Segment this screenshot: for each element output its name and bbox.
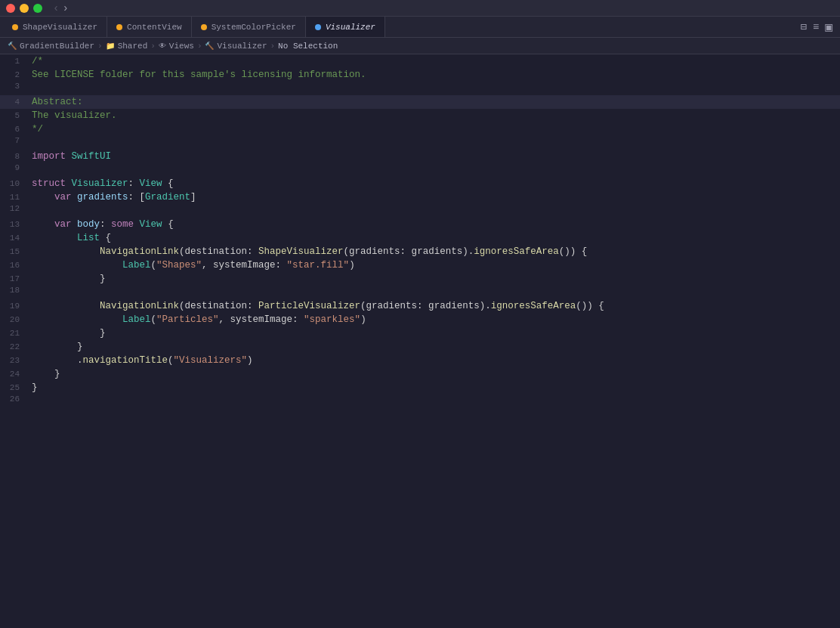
tab-contentview[interactable]: ContentView xyxy=(107,17,192,37)
line-content-8: import SwiftUI xyxy=(27,150,840,163)
code-line-12: 12 xyxy=(0,204,840,218)
code-line-19: 19 NavigationLink(destination: ParticleV… xyxy=(0,299,840,313)
tab-label-systemcolorpicker: SystemColorPicker xyxy=(212,23,296,32)
line-content-6: */ xyxy=(27,122,840,136)
line-number-2: 2 xyxy=(0,70,27,79)
line-number-13: 13 xyxy=(0,220,27,229)
toolbar-right: ⊟ ≡ ▣ xyxy=(793,17,840,37)
line-content-16: Label("Shapes", systemImage: "star.fill"… xyxy=(27,258,840,272)
tab-bar: ShapeVisualizer ContentView SystemColorP… xyxy=(0,17,840,38)
code-line-8: 8import SwiftUI xyxy=(0,150,840,163)
line-number-4: 4 xyxy=(0,97,27,107)
breadcrumb-shared[interactable]: Shared xyxy=(118,42,148,51)
code-line-20: 20 Label("Particles", systemImage: "spar… xyxy=(0,313,840,326)
close-button[interactable] xyxy=(6,4,15,13)
line-content-24: } xyxy=(27,367,840,381)
code-line-15: 15 NavigationLink(destination: ShapeVisu… xyxy=(0,245,840,258)
maximize-button[interactable] xyxy=(33,4,42,13)
line-number-21: 21 xyxy=(0,329,27,338)
line-number-26: 26 xyxy=(0,394,27,404)
breadcrumb-visualizer-icon: 🔨 xyxy=(205,42,214,51)
breadcrumb-visualizer[interactable]: Visualizer xyxy=(217,42,267,51)
breadcrumb-sep-3: › xyxy=(197,42,202,51)
code-line-23: 23 .navigationTitle("Visualizers") xyxy=(0,354,840,367)
nav-arrows: ‹ › xyxy=(48,2,73,14)
breadcrumb-sep-4: › xyxy=(270,42,276,51)
minimize-button[interactable] xyxy=(20,4,29,13)
breadcrumb-folder-icon: 📁 xyxy=(106,42,115,51)
line-content-4: Abstract: xyxy=(27,95,840,109)
code-line-7: 7 xyxy=(0,136,840,150)
code-line-3: 3 xyxy=(0,82,840,95)
tab-label-shapevisualizer: ShapeVisualizer xyxy=(23,23,97,32)
line-content-19: NavigationLink(destination: ParticleVisu… xyxy=(27,299,840,313)
line-number-5: 5 xyxy=(0,111,27,120)
tab-label-visualizer: Visualizer xyxy=(326,23,375,32)
line-number-14: 14 xyxy=(0,234,27,243)
line-number-19: 19 xyxy=(0,302,27,311)
breadcrumb-sep-2: › xyxy=(150,42,156,51)
line-number-10: 10 xyxy=(0,179,27,188)
code-line-6: 6*/ xyxy=(0,122,840,136)
breadcrumb-sep-1: › xyxy=(97,42,103,51)
back-arrow-icon[interactable]: ‹ xyxy=(53,2,59,14)
tab-label-contentview: ContentView xyxy=(127,23,182,32)
line-content-17: } xyxy=(27,272,840,286)
code-line-10: 10struct Visualizer: View { xyxy=(0,177,840,190)
line-content-23: .navigationTitle("Visualizers") xyxy=(27,354,840,367)
line-number-22: 22 xyxy=(0,342,27,351)
code-line-1: 1/* xyxy=(0,54,840,68)
line-number-3: 3 xyxy=(0,82,27,91)
title-bar: ‹ › xyxy=(0,0,840,17)
code-line-11: 11 var gradients: [Gradient] xyxy=(0,190,840,204)
line-number-11: 11 xyxy=(0,193,27,202)
code-line-4: 4Abstract: xyxy=(0,95,840,109)
tab-dot-color xyxy=(201,24,207,30)
line-number-23: 23 xyxy=(0,356,27,365)
line-number-24: 24 xyxy=(0,370,27,379)
line-number-17: 17 xyxy=(0,274,27,283)
inspector-button[interactable]: ▣ xyxy=(825,20,832,35)
tab-shapevisualizer[interactable]: ShapeVisualizer xyxy=(3,17,107,37)
tab-bar-spacer xyxy=(385,17,793,37)
breadcrumb-gradientbuilder[interactable]: GradientBuilder xyxy=(20,42,94,51)
code-line-13: 13 var body: some View { xyxy=(0,218,840,231)
line-number-15: 15 xyxy=(0,247,27,256)
line-content-14: List { xyxy=(27,231,840,245)
line-content-2: See LICENSE folder for this sample's lic… xyxy=(27,68,840,82)
tab-visualizer[interactable]: Visualizer xyxy=(306,17,385,37)
line-number-25: 25 xyxy=(0,383,27,392)
line-number-8: 8 xyxy=(0,152,27,161)
line-content-15: NavigationLink(destination: ShapeVisuali… xyxy=(27,245,840,258)
code-line-22: 22 } xyxy=(0,340,840,354)
line-content-13: var body: some View { xyxy=(27,218,840,231)
tab-systemcolorpicker[interactable]: SystemColorPicker xyxy=(192,17,306,37)
code-line-25: 25} xyxy=(0,381,840,394)
tab-dot-shape xyxy=(12,24,18,30)
code-line-21: 21 } xyxy=(0,326,840,340)
line-number-12: 12 xyxy=(0,204,27,213)
line-number-1: 1 xyxy=(0,57,27,66)
code-line-26: 26 xyxy=(0,394,840,408)
breadcrumb-views[interactable]: Views xyxy=(169,42,194,51)
line-number-16: 16 xyxy=(0,261,27,270)
breadcrumb-views-icon: 👁 xyxy=(159,42,166,51)
code-line-9: 9 xyxy=(0,163,840,177)
line-content-20: Label("Particles", systemImage: "sparkle… xyxy=(27,313,840,326)
line-number-7: 7 xyxy=(0,136,27,145)
code-line-2: 2See LICENSE folder for this sample's li… xyxy=(0,68,840,82)
code-line-17: 17 } xyxy=(0,272,840,286)
list-view-button[interactable]: ≡ xyxy=(813,21,819,33)
line-content-10: struct Visualizer: View { xyxy=(27,177,840,190)
line-number-18: 18 xyxy=(0,286,27,295)
code-line-5: 5The visualizer. xyxy=(0,109,840,122)
line-content-1: /* xyxy=(27,54,840,68)
window-controls xyxy=(0,4,48,13)
code-line-14: 14 List { xyxy=(0,231,840,245)
code-container: 1/*2See LICENSE folder for this sample's… xyxy=(0,54,840,628)
breadcrumb-no-selection: No Selection xyxy=(278,42,338,51)
code-line-16: 16 Label("Shapes", systemImage: "star.fi… xyxy=(0,258,840,272)
forward-arrow-icon[interactable]: › xyxy=(62,2,68,14)
split-view-button[interactable]: ⊟ xyxy=(801,20,807,33)
line-number-9: 9 xyxy=(0,163,27,172)
